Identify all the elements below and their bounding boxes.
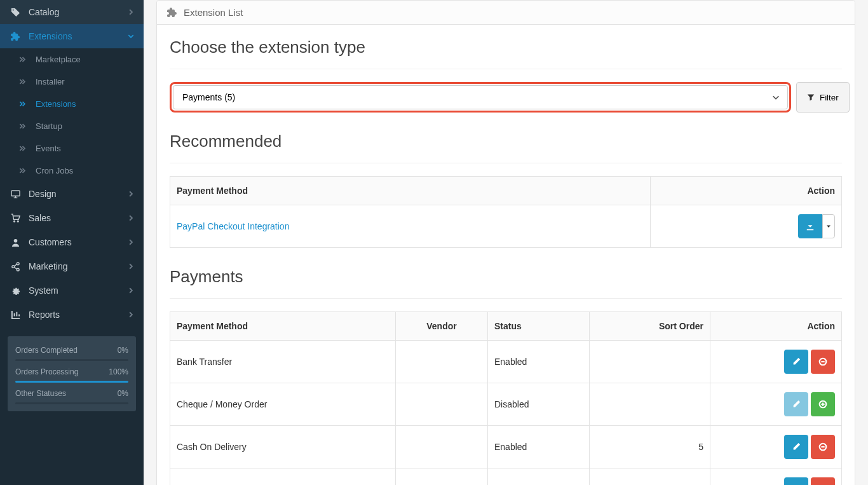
svg-point-3	[13, 238, 17, 242]
cell-status: Disabled	[488, 383, 590, 426]
stat-label: Orders Completed	[15, 346, 78, 355]
stat-bar	[15, 381, 128, 383]
stat-row: Orders Completed0%	[15, 341, 128, 359]
stat-label: Orders Processing	[15, 367, 78, 376]
double-chevron-icon	[17, 123, 28, 130]
chevron-right-icon	[128, 191, 134, 197]
cell-action	[710, 383, 842, 426]
dropdown-toggle-button[interactable]	[822, 214, 835, 238]
col-method: Payment Method	[170, 312, 396, 341]
stat-row: Other Statuses0%	[15, 385, 128, 402]
sidebar-item-customers[interactable]: Customers	[0, 230, 144, 254]
sidebar-subitem-cron-jobs[interactable]: Cron Jobs	[4, 160, 144, 182]
panel-body: Choose the extension type Payments (5)	[157, 25, 855, 485]
install-button[interactable]	[811, 392, 835, 416]
cell-sort	[590, 341, 710, 383]
payment-link[interactable]: PayPal Checkout Integration	[177, 221, 289, 231]
svg-point-6	[17, 268, 19, 271]
uninstall-button[interactable]	[811, 477, 835, 485]
sidebar-item-catalog[interactable]: Catalog	[0, 0, 144, 24]
filter-button[interactable]: Filter	[796, 82, 850, 113]
edit-button[interactable]	[784, 350, 808, 374]
svg-point-2	[17, 221, 18, 222]
double-chevron-icon	[17, 100, 28, 107]
table-header-row: Payment Method Action	[170, 177, 842, 205]
share-icon	[10, 262, 21, 271]
tag-icon	[10, 8, 21, 17]
panel-title: Extension List	[184, 7, 243, 18]
sidebar-subitem-label: Extensions	[36, 99, 134, 109]
extension-type-select[interactable]: Payments (5)	[173, 85, 788, 109]
cell-vendor	[396, 468, 488, 486]
sidebar-item-reports[interactable]: Reports	[0, 303, 144, 327]
action-group	[784, 392, 835, 416]
choose-ext-title: Choose the extension type	[170, 38, 842, 57]
selector-highlight: Payments (5)	[170, 82, 791, 113]
action-group	[784, 350, 835, 374]
sidebar-subitem-startup[interactable]: Startup	[4, 115, 144, 137]
sidebar-item-system[interactable]: System	[0, 278, 144, 303]
puzzle-icon	[10, 32, 21, 41]
sidebar-stats: Orders Completed0% Orders Processing100%…	[8, 336, 136, 411]
sidebar-item-label: Extensions	[29, 31, 128, 41]
divider	[170, 163, 842, 163]
chevron-right-icon	[128, 263, 134, 270]
extension-type-select-wrap: Payments (5)	[173, 85, 788, 109]
cell-method: Cash On Delivery	[170, 426, 396, 468]
stat-bar-fill	[15, 381, 128, 383]
uninstall-button[interactable]	[811, 350, 835, 374]
cell-vendor	[396, 383, 488, 426]
stat-bar	[15, 359, 128, 361]
main-content: Extension List Choose the extension type…	[144, 0, 868, 485]
cell-method: Free Checkout	[170, 468, 396, 486]
table-row: Cash On Delivery Enabled 5	[170, 426, 842, 468]
stat-label: Other Statuses	[15, 389, 66, 398]
edit-button[interactable]	[784, 477, 808, 485]
col-method: Payment Method	[170, 177, 651, 205]
user-icon	[10, 238, 21, 247]
puzzle-icon	[167, 8, 177, 18]
sidebar-subitem-installer[interactable]: Installer	[4, 71, 144, 93]
col-vendor: Vendor	[396, 312, 488, 341]
double-chevron-icon	[17, 167, 28, 174]
sidebar-subitem-label: Installer	[36, 77, 134, 86]
cell-method: Cheque / Money Order	[170, 383, 396, 426]
sidebar-item-sales[interactable]: Sales	[0, 206, 144, 230]
divider	[170, 69, 842, 69]
cell-sort	[590, 383, 710, 426]
table-header-row: Payment Method Vendor Status Sort Order …	[170, 312, 842, 341]
stat-bar	[15, 402, 128, 404]
monitor-icon	[10, 189, 21, 199]
sidebar-item-design[interactable]: Design	[0, 182, 144, 206]
action-group	[784, 435, 835, 459]
action-group	[798, 214, 835, 238]
cell-method: Bank Transfer	[170, 341, 396, 383]
sidebar-submenu: Marketplace Installer Extensions Startup…	[0, 48, 144, 182]
sidebar-item-label: Catalog	[29, 7, 128, 17]
sidebar-item-label: Marketing	[29, 261, 128, 271]
edit-button[interactable]	[784, 435, 808, 459]
cell-method: PayPal Checkout Integration	[170, 205, 651, 248]
recommended-title: Recommended	[170, 132, 842, 151]
uninstall-button[interactable]	[811, 435, 835, 459]
sidebar-item-marketing[interactable]: Marketing	[0, 254, 144, 278]
sidebar-item-extensions[interactable]: Extensions	[0, 24, 144, 48]
cell-status: Enabled	[488, 341, 590, 383]
double-chevron-icon	[17, 78, 28, 85]
sidebar-item-label: System	[29, 285, 128, 296]
cell-sort: 1	[590, 468, 710, 486]
payments-title: Payments	[170, 267, 842, 287]
chevron-right-icon	[128, 215, 134, 221]
sidebar-subitem-marketplace[interactable]: Marketplace	[4, 48, 144, 71]
recommended-table: Payment Method Action PayPal Checkout In…	[170, 176, 842, 248]
sidebar-item-label: Customers	[29, 237, 128, 247]
sidebar-subitem-extensions[interactable]: Extensions	[4, 93, 144, 115]
sidebar: Catalog Extensions Marketplace Installer…	[0, 0, 144, 485]
chevron-right-icon	[128, 9, 134, 15]
double-chevron-icon	[17, 145, 28, 152]
sidebar-subitem-events[interactable]: Events	[4, 137, 144, 160]
panel-heading: Extension List	[157, 1, 855, 25]
download-button[interactable]	[798, 214, 822, 238]
divider	[170, 298, 842, 299]
edit-button	[784, 392, 808, 416]
